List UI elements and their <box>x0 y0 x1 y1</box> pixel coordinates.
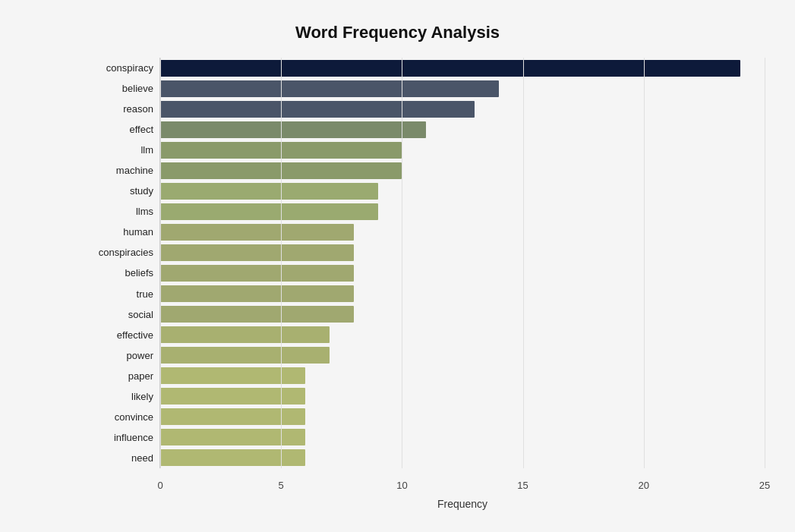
y-label: power <box>76 351 153 360</box>
chart-area: conspiracybelievereasoneffectllmmachines… <box>76 58 765 468</box>
y-label: beliefs <box>76 268 153 278</box>
bar-row <box>160 386 765 407</box>
bar-row <box>160 345 765 366</box>
bar-row <box>160 325 765 345</box>
bar-row <box>160 58 765 78</box>
bar-row <box>160 201 765 222</box>
y-label: influence <box>76 433 153 442</box>
bar-row <box>160 448 765 468</box>
bar-row <box>160 263 765 283</box>
bar-row <box>160 242 765 263</box>
bar <box>160 142 402 159</box>
bar <box>160 101 475 118</box>
bar <box>160 265 354 282</box>
bar-row <box>160 427 765 448</box>
bar-row <box>160 366 765 386</box>
x-tick: 15 <box>517 480 528 491</box>
bar <box>160 224 354 241</box>
y-label: reason <box>76 104 153 114</box>
bar <box>160 203 378 220</box>
bar-row <box>160 284 765 304</box>
bar <box>160 408 305 425</box>
bar <box>160 162 402 179</box>
bar <box>160 60 740 77</box>
bar <box>160 183 378 200</box>
x-tick: 20 <box>639 480 649 491</box>
y-label: effective <box>76 330 153 340</box>
bar <box>160 347 330 364</box>
y-label: social <box>76 310 153 320</box>
x-tick: 0 <box>157 480 162 491</box>
y-label: human <box>76 227 153 237</box>
bar <box>160 326 330 343</box>
y-label: likely <box>76 392 153 401</box>
bar <box>160 244 354 261</box>
x-axis-label: Frequency <box>160 498 765 510</box>
bar-row <box>160 304 765 325</box>
y-label: need <box>76 453 153 463</box>
bar <box>160 449 305 466</box>
x-tick: 10 <box>396 480 407 491</box>
bar-row <box>160 99 765 119</box>
y-label: conspiracies <box>76 247 153 257</box>
bar-row <box>160 222 765 242</box>
bar <box>160 80 499 97</box>
chart-title: Word Frequency Analysis <box>30 23 765 42</box>
bar-row <box>160 78 765 99</box>
y-label: convince <box>76 412 153 422</box>
y-label: machine <box>76 165 153 175</box>
y-labels: conspiracybelievereasoneffectllmmachines… <box>76 58 159 468</box>
bar-row <box>160 181 765 201</box>
x-tick: 5 <box>279 480 284 491</box>
y-label: true <box>76 289 153 299</box>
bar <box>160 429 305 445</box>
bar <box>160 388 305 405</box>
bar <box>160 367 305 384</box>
bar-row <box>160 140 765 160</box>
grid-line <box>765 58 765 468</box>
chart-container: Word Frequency Analysis conspiracybeliev… <box>0 0 795 532</box>
bar-row <box>160 119 765 140</box>
bar-row <box>160 160 765 181</box>
y-label: study <box>76 186 153 196</box>
y-label: llm <box>76 145 153 155</box>
bar <box>160 121 426 138</box>
bar <box>160 306 354 323</box>
x-tick: 25 <box>759 480 770 491</box>
y-label: paper <box>76 371 153 381</box>
y-label: conspiracy <box>76 63 153 73</box>
bar <box>160 285 354 302</box>
y-label: llms <box>76 206 153 216</box>
plot-area: 0510152025 Frequency <box>159 58 765 468</box>
bar-row <box>160 407 765 427</box>
y-label: effect <box>76 124 153 134</box>
y-label: believe <box>76 83 153 93</box>
